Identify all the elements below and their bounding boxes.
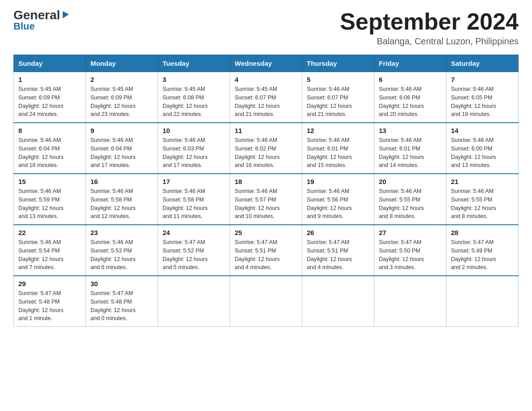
day-info: Sunrise: 5:46 AM Sunset: 6:04 PM Dayligh… — [90, 136, 153, 170]
day-info: Sunrise: 5:46 AM Sunset: 6:00 PM Dayligh… — [451, 136, 514, 170]
day-number: 11 — [235, 127, 297, 134]
day-info: Sunrise: 5:47 AM Sunset: 5:51 PM Dayligh… — [235, 238, 297, 272]
calendar-week-row: 29 Sunrise: 5:47 AM Sunset: 5:48 PM Dayl… — [14, 276, 519, 327]
day-number: 1 — [18, 76, 81, 83]
day-number: 26 — [307, 229, 369, 236]
calendar-week-row: 1 Sunrise: 5:45 AM Sunset: 6:09 PM Dayli… — [14, 72, 519, 123]
calendar-cell: 30 Sunrise: 5:47 AM Sunset: 5:48 PM Dayl… — [86, 276, 158, 327]
day-number: 22 — [18, 229, 81, 236]
day-info: Sunrise: 5:46 AM Sunset: 5:53 PM Dayligh… — [90, 238, 153, 272]
day-info: Sunrise: 5:46 AM Sunset: 6:02 PM Dayligh… — [235, 136, 297, 170]
day-number: 20 — [379, 178, 442, 185]
day-number: 23 — [90, 229, 153, 236]
logo-general: General — [13, 9, 60, 21]
day-info: Sunrise: 5:46 AM Sunset: 6:07 PM Dayligh… — [307, 85, 369, 119]
day-number: 30 — [90, 280, 153, 287]
logo: General Blue — [13, 9, 71, 32]
day-info: Sunrise: 5:46 AM Sunset: 5:59 PM Dayligh… — [18, 187, 81, 221]
calendar-cell: 18 Sunrise: 5:46 AM Sunset: 5:57 PM Dayl… — [230, 174, 302, 225]
calendar-cell: 7 Sunrise: 5:46 AM Sunset: 6:05 PM Dayli… — [446, 72, 519, 123]
svg-marker-0 — [63, 11, 69, 18]
calendar-cell: 28 Sunrise: 5:47 AM Sunset: 5:49 PM Dayl… — [446, 225, 519, 276]
header-monday: Monday — [86, 55, 158, 72]
logo-triangle-icon — [61, 9, 71, 19]
day-number: 28 — [451, 229, 514, 236]
calendar-cell — [302, 276, 374, 327]
calendar-cell: 15 Sunrise: 5:46 AM Sunset: 5:59 PM Dayl… — [14, 174, 86, 225]
day-number: 16 — [90, 178, 153, 185]
calendar-cell: 19 Sunrise: 5:46 AM Sunset: 5:56 PM Dayl… — [302, 174, 374, 225]
day-info: Sunrise: 5:46 AM Sunset: 6:06 PM Dayligh… — [379, 85, 442, 119]
calendar-table: SundayMondayTuesdayWednesdayThursdayFrid… — [13, 55, 519, 327]
calendar-cell: 21 Sunrise: 5:46 AM Sunset: 5:55 PM Dayl… — [446, 174, 519, 225]
calendar-cell: 4 Sunrise: 5:45 AM Sunset: 6:07 PM Dayli… — [230, 72, 302, 123]
day-info: Sunrise: 5:46 AM Sunset: 6:04 PM Dayligh… — [18, 136, 81, 170]
day-number: 19 — [307, 178, 369, 185]
header-sunday: Sunday — [14, 55, 86, 72]
day-info: Sunrise: 5:46 AM Sunset: 5:58 PM Dayligh… — [90, 187, 153, 221]
day-number: 13 — [379, 127, 442, 134]
calendar-cell: 16 Sunrise: 5:46 AM Sunset: 5:58 PM Dayl… — [86, 174, 158, 225]
calendar-cell: 24 Sunrise: 5:47 AM Sunset: 5:52 PM Dayl… — [158, 225, 230, 276]
calendar-cell: 12 Sunrise: 5:46 AM Sunset: 6:01 PM Dayl… — [302, 123, 374, 174]
calendar-cell: 23 Sunrise: 5:46 AM Sunset: 5:53 PM Dayl… — [86, 225, 158, 276]
calendar-cell: 27 Sunrise: 5:47 AM Sunset: 5:50 PM Dayl… — [374, 225, 446, 276]
page-title: September 2024 — [340, 9, 519, 34]
day-info: Sunrise: 5:46 AM Sunset: 5:55 PM Dayligh… — [451, 187, 514, 221]
calendar-cell: 5 Sunrise: 5:46 AM Sunset: 6:07 PM Dayli… — [302, 72, 374, 123]
day-number: 24 — [163, 229, 225, 236]
day-number: 27 — [379, 229, 442, 236]
day-info: Sunrise: 5:46 AM Sunset: 5:58 PM Dayligh… — [163, 187, 225, 221]
day-info: Sunrise: 5:47 AM Sunset: 5:49 PM Dayligh… — [451, 238, 514, 272]
day-info: Sunrise: 5:46 AM Sunset: 6:01 PM Dayligh… — [307, 136, 369, 170]
day-info: Sunrise: 5:45 AM Sunset: 6:09 PM Dayligh… — [90, 85, 153, 119]
day-info: Sunrise: 5:47 AM Sunset: 5:48 PM Dayligh… — [90, 289, 153, 323]
calendar-cell: 17 Sunrise: 5:46 AM Sunset: 5:58 PM Dayl… — [158, 174, 230, 225]
page-subtitle: Balanga, Central Luzon, Philippines — [340, 36, 519, 47]
calendar-cell: 10 Sunrise: 5:46 AM Sunset: 6:03 PM Dayl… — [158, 123, 230, 174]
day-number: 6 — [379, 76, 442, 83]
calendar-cell: 25 Sunrise: 5:47 AM Sunset: 5:51 PM Dayl… — [230, 225, 302, 276]
day-number: 8 — [18, 127, 81, 134]
day-number: 25 — [235, 229, 297, 236]
day-info: Sunrise: 5:46 AM Sunset: 5:54 PM Dayligh… — [18, 238, 81, 272]
calendar-cell: 9 Sunrise: 5:46 AM Sunset: 6:04 PM Dayli… — [86, 123, 158, 174]
day-info: Sunrise: 5:47 AM Sunset: 5:50 PM Dayligh… — [379, 238, 442, 272]
header-tuesday: Tuesday — [158, 55, 230, 72]
calendar-cell: 29 Sunrise: 5:47 AM Sunset: 5:48 PM Dayl… — [14, 276, 86, 327]
header-saturday: Saturday — [446, 55, 519, 72]
day-number: 18 — [235, 178, 297, 185]
calendar-cell: 22 Sunrise: 5:46 AM Sunset: 5:54 PM Dayl… — [14, 225, 86, 276]
title-area: September 2024 Balanga, Central Luzon, P… — [340, 9, 519, 47]
day-info: Sunrise: 5:46 AM Sunset: 6:03 PM Dayligh… — [163, 136, 225, 170]
day-info: Sunrise: 5:46 AM Sunset: 5:57 PM Dayligh… — [235, 187, 297, 221]
day-info: Sunrise: 5:46 AM Sunset: 5:56 PM Dayligh… — [307, 187, 369, 221]
calendar-cell — [158, 276, 230, 327]
day-number: 15 — [18, 178, 81, 185]
calendar-cell: 8 Sunrise: 5:46 AM Sunset: 6:04 PM Dayli… — [14, 123, 86, 174]
day-number: 3 — [163, 76, 225, 83]
day-number: 12 — [307, 127, 369, 134]
day-info: Sunrise: 5:45 AM Sunset: 6:08 PM Dayligh… — [163, 85, 225, 119]
calendar-cell: 11 Sunrise: 5:46 AM Sunset: 6:02 PM Dayl… — [230, 123, 302, 174]
day-info: Sunrise: 5:47 AM Sunset: 5:51 PM Dayligh… — [307, 238, 369, 272]
header-friday: Friday — [374, 55, 446, 72]
day-info: Sunrise: 5:47 AM Sunset: 5:52 PM Dayligh… — [163, 238, 225, 272]
calendar-cell — [374, 276, 446, 327]
calendar-cell: 6 Sunrise: 5:46 AM Sunset: 6:06 PM Dayli… — [374, 72, 446, 123]
calendar-cell: 14 Sunrise: 5:46 AM Sunset: 6:00 PM Dayl… — [446, 123, 519, 174]
day-number: 5 — [307, 76, 369, 83]
day-number: 17 — [163, 178, 225, 185]
day-info: Sunrise: 5:45 AM Sunset: 6:07 PM Dayligh… — [235, 85, 297, 119]
day-info: Sunrise: 5:46 AM Sunset: 5:55 PM Dayligh… — [379, 187, 442, 221]
calendar-header-row: SundayMondayTuesdayWednesdayThursdayFrid… — [14, 55, 519, 72]
calendar-week-row: 22 Sunrise: 5:46 AM Sunset: 5:54 PM Dayl… — [14, 225, 519, 276]
calendar-cell: 26 Sunrise: 5:47 AM Sunset: 5:51 PM Dayl… — [302, 225, 374, 276]
header-wednesday: Wednesday — [230, 55, 302, 72]
day-number: 14 — [451, 127, 514, 134]
calendar-week-row: 8 Sunrise: 5:46 AM Sunset: 6:04 PM Dayli… — [14, 123, 519, 174]
day-info: Sunrise: 5:46 AM Sunset: 6:05 PM Dayligh… — [451, 85, 514, 119]
day-info: Sunrise: 5:46 AM Sunset: 6:01 PM Dayligh… — [379, 136, 442, 170]
day-number: 29 — [18, 280, 81, 287]
day-number: 9 — [90, 127, 153, 134]
